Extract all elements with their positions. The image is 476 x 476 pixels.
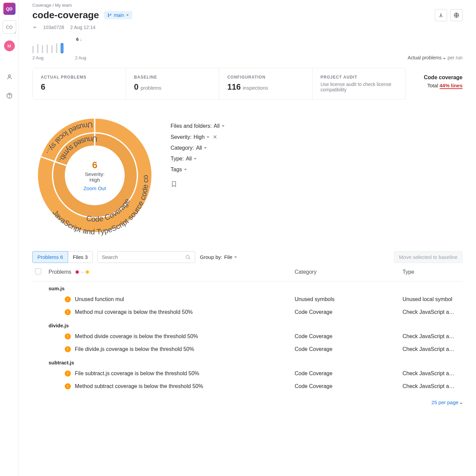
warning-icon [65, 346, 71, 352]
donut-count: 6 [84, 160, 106, 171]
breadcrumb[interactable]: Coverage / My team [32, 0, 463, 8]
warning-icon [65, 370, 71, 377]
page-title: code-coverage [32, 10, 99, 21]
warning-icon [65, 296, 71, 302]
tab-problems[interactable]: Problems 6 [32, 251, 68, 263]
filter-files[interactable]: Files and folders: All [171, 123, 225, 129]
filter-category[interactable]: Category: All [171, 145, 225, 151]
logo[interactable]: QD [3, 3, 16, 15]
table-row[interactable]: Method mul coverage is below the thresho… [32, 306, 463, 319]
spark-count: 6 ↓ [76, 37, 130, 42]
card-actual-problems[interactable]: ACTUAL PROBLEMS 6 [33, 68, 126, 99]
table-row[interactable]: Method divide coverage is below the thre… [32, 330, 463, 343]
commit-hash: 103a0728 [43, 25, 64, 30]
branch-selector[interactable]: main [104, 11, 132, 19]
commit-date: 2 Aug 12:14 [70, 25, 95, 30]
download-button[interactable] [435, 9, 447, 21]
move-to-baseline-button[interactable]: Move selected to baseline [394, 251, 463, 263]
table-row[interactable]: Unused function mulUnused symbolsUnused … [32, 293, 463, 306]
avatar[interactable]: M [3, 39, 16, 53]
filter-severity[interactable]: Severity: High ✕ [171, 134, 225, 140]
severity-legend-icon: → [76, 270, 89, 274]
project-switcher[interactable]: CO⌄ [3, 20, 16, 34]
zoom-out-link[interactable]: Zoom Out [84, 185, 106, 191]
sunburst-chart[interactable]: Unused local sy... Unused symb... Code C… [32, 113, 157, 238]
bookmark-icon[interactable] [171, 181, 177, 187]
filter-tags[interactable]: Tags [171, 167, 225, 173]
file-group[interactable]: sum.js [32, 281, 463, 293]
per-run-label: per run [448, 55, 463, 60]
donut-severity-label: Severity:High [84, 171, 106, 183]
warning-icon [65, 383, 71, 389]
svg-point-0 [8, 75, 10, 77]
tab-files[interactable]: Files 3 [68, 251, 93, 263]
code-coverage-summary: Code coverage Total 44% lines [416, 68, 463, 95]
svg-point-13 [186, 255, 189, 258]
problems-table: sum.jsUnused function mulUnused symbolsU… [32, 281, 463, 393]
svg-point-7 [34, 27, 35, 28]
table-header: Problems → Category Type [32, 263, 463, 281]
summary-cards: ACTUAL PROBLEMS 6 BASELINE 0problems CON… [32, 68, 406, 99]
filter-type[interactable]: Type: All [171, 156, 225, 162]
pagination-dropdown[interactable]: 25 per page [32, 399, 463, 405]
table-row[interactable]: File divide.js coverage is below the thr… [32, 343, 463, 356]
actual-problems-dropdown[interactable]: Actual problems [408, 55, 445, 60]
svg-point-5 [110, 14, 111, 15]
warning-icon [65, 333, 71, 339]
filters: Files and folders: All Severity: High ✕ … [171, 113, 225, 187]
select-all-checkbox[interactable] [35, 268, 41, 274]
card-project-audit[interactable]: PROJECT AUDIT Use license audit to check… [313, 68, 406, 99]
sidebar: QD CO⌄ M [0, 0, 19, 476]
search-input[interactable] [97, 251, 195, 263]
coverage-percent-link[interactable]: 44% lines [440, 83, 463, 89]
table-row[interactable]: Method subtract coverage is below the th… [32, 380, 463, 393]
card-baseline[interactable]: BASELINE 0problems [126, 68, 219, 99]
commit-icon [32, 25, 37, 30]
file-group[interactable]: divide.js [32, 319, 463, 330]
help-icon[interactable] [3, 89, 16, 102]
table-row[interactable]: File subtract.js coverage is below the t… [32, 367, 463, 380]
card-configuration[interactable]: CONFIGURATION 116inspections [219, 68, 313, 99]
search-icon [185, 255, 191, 260]
person-icon[interactable] [3, 70, 16, 84]
globe-button[interactable] [450, 9, 463, 21]
svg-point-3 [108, 13, 109, 14]
svg-point-4 [108, 16, 109, 17]
svg-point-2 [9, 97, 9, 97]
groupby-dropdown[interactable]: Group by: File [200, 254, 237, 260]
sparkline[interactable] [32, 43, 86, 53]
clear-severity-icon[interactable]: ✕ [213, 134, 217, 140]
file-group[interactable]: subtract.js [32, 356, 463, 367]
warning-icon [65, 309, 71, 315]
